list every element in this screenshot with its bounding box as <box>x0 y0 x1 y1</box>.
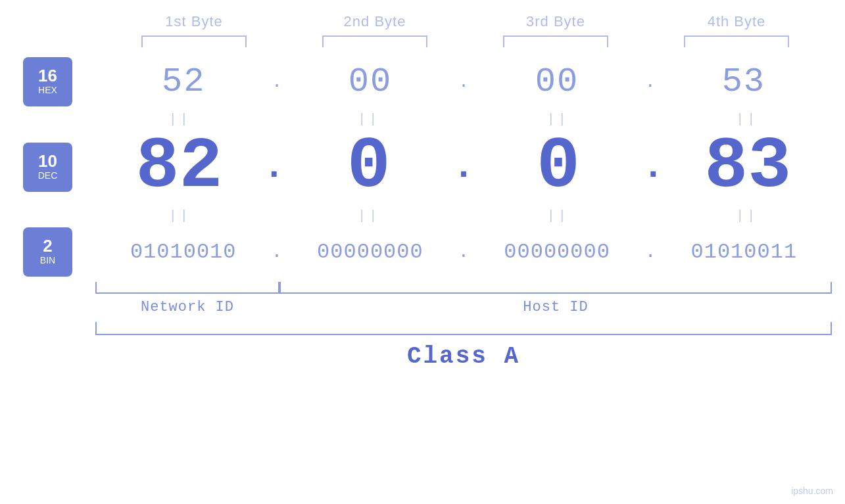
bin-badge-label: BIN <box>40 254 55 266</box>
dec-dot-1: . <box>263 149 285 185</box>
watermark: ipshu.com <box>791 486 833 496</box>
byte-label-1: 1st Byte <box>104 13 285 30</box>
hex-value-1: 52 <box>162 62 205 101</box>
equals-dec-bin-2: || <box>285 208 454 223</box>
dec-badge: 10 DEC <box>23 143 72 192</box>
dec-dot-2: . <box>452 149 474 185</box>
class-bracket <box>95 322 832 335</box>
top-bracket-row <box>104 35 827 47</box>
hex-value-2-cell: 00 <box>282 62 458 101</box>
equals-hex-dec-3: || <box>473 112 643 127</box>
top-bracket-cell-1 <box>104 35 285 47</box>
bin-dot-3: . <box>645 242 656 262</box>
bin-value-2: 00000000 <box>317 240 423 264</box>
hex-value-3-cell: 00 <box>469 62 645 101</box>
bin-dot-2: . <box>458 242 470 262</box>
equals-hex-dec-2: || <box>285 112 454 127</box>
top-bracket-cell-3 <box>466 35 646 47</box>
bin-badge: 2 BIN <box>23 227 72 277</box>
top-bracket-cell-2 <box>285 35 466 47</box>
equals-hex-dec-1: || <box>95 112 265 127</box>
bin-value-2-cell: 00000000 <box>282 240 458 264</box>
dec-value-3: 0 <box>537 126 580 208</box>
hex-dot-3: . <box>645 72 656 92</box>
hex-badge-number: 16 <box>38 67 57 84</box>
dec-badge-number: 10 <box>38 152 57 170</box>
bin-value-3-cell: 00000000 <box>469 240 644 264</box>
byte-label-2: 2nd Byte <box>285 13 466 30</box>
byte-label-4: 4th Byte <box>646 13 827 30</box>
equals-dec-bin-4: || <box>663 208 833 223</box>
bin-dot-1: . <box>271 242 282 262</box>
dec-value-2: 0 <box>347 126 391 208</box>
bin-value-3: 00000000 <box>504 240 610 264</box>
dec-dot-3: . <box>642 149 664 185</box>
hex-badge-label: HEX <box>38 84 57 96</box>
bin-value-4: 01010011 <box>690 240 797 264</box>
class-label-container: Class A <box>95 343 845 370</box>
top-bracket-cell-4 <box>646 35 827 47</box>
bin-value-1-cell: 01010010 <box>95 240 271 264</box>
host-id-label: Host ID <box>279 299 832 315</box>
hex-dot-2: . <box>458 72 469 92</box>
bin-value-1: 01010010 <box>130 240 237 264</box>
top-bracket-4 <box>684 35 789 47</box>
byte-label-3: 3rd Byte <box>466 13 646 30</box>
top-bracket-2 <box>322 35 427 47</box>
equals-hex-dec-4: || <box>663 112 833 127</box>
hex-badge: 16 HEX <box>23 57 72 106</box>
class-label: Class A <box>407 343 520 370</box>
network-id-bracket <box>95 282 279 294</box>
hex-dot-1: . <box>272 72 282 92</box>
hex-value-1-cell: 52 <box>95 62 272 101</box>
hex-value-2: 00 <box>349 62 392 101</box>
dec-value-4-cell: 83 <box>664 131 832 203</box>
dec-value-1-cell: 82 <box>95 131 263 203</box>
top-bracket-3 <box>503 35 608 47</box>
hex-value-3: 00 <box>535 62 579 101</box>
main-container: 1st Byte 2nd Byte 3rd Byte 4th Byte 16 H… <box>0 0 845 504</box>
dec-value-3-cell: 0 <box>475 131 642 203</box>
network-id-label: Network ID <box>95 299 279 315</box>
host-id-bracket <box>279 282 832 294</box>
bin-badge-number: 2 <box>43 237 52 254</box>
hex-value-4-cell: 53 <box>656 62 832 101</box>
dec-badge-label: DEC <box>38 170 58 181</box>
equals-dec-bin-1: || <box>95 208 265 223</box>
hex-value-4: 53 <box>722 62 765 101</box>
bin-value-4-cell: 01010011 <box>656 240 832 264</box>
dec-value-2-cell: 0 <box>285 131 452 203</box>
dec-value-4: 83 <box>704 126 791 208</box>
top-bracket-1 <box>141 35 247 47</box>
equals-dec-bin-3: || <box>473 208 643 223</box>
dec-value-1: 82 <box>136 126 223 208</box>
byte-labels-row: 1st Byte 2nd Byte 3rd Byte 4th Byte <box>104 13 827 30</box>
